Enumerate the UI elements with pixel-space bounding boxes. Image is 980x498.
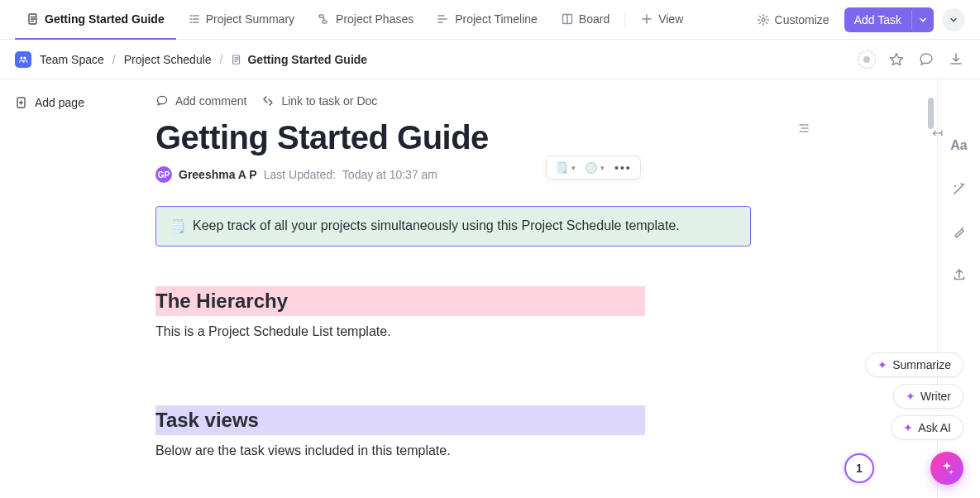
crumb-current-label: Getting Started Guide [247,53,367,66]
share-button[interactable] [949,265,969,285]
callout-text[interactable]: Keep track of all your projects simultan… [193,218,680,233]
tab-project-timeline[interactable]: Project Timeline [425,0,549,40]
add-task-caret[interactable] [911,10,934,30]
ai-writer-label: Writer [920,390,951,403]
link-icon [261,94,275,108]
author-name[interactable]: Greeshma A P [179,168,257,181]
crumb-sep: / [112,53,116,66]
team-space-icon [15,51,31,68]
author-avatar[interactable]: GP [155,166,172,183]
download-button[interactable] [947,50,965,69]
crumb-current-page[interactable]: Getting Started Guide [231,53,367,66]
customize-label: Customize [775,13,829,26]
comments-button[interactable] [917,50,935,69]
callout-emoji-icon: 🗒️ [170,218,186,234]
chevron-down-icon: ▾ [600,164,605,172]
ai-fab-button[interactable] [930,452,963,485]
ai-summarize-label: Summarize [892,358,951,371]
document-area: Add comment Link to task or Doc Getting … [141,79,980,498]
svg-rect-1 [319,15,323,17]
chevron-down-icon: ▾ [571,164,576,172]
add-view-button[interactable]: View [629,0,695,40]
favorite-button[interactable] [887,50,906,69]
ai-enhance-button[interactable] [949,179,969,199]
scrollbar[interactable] [928,98,934,129]
last-updated-value: Today at 10:37 am [342,168,437,181]
tab-label: Getting Started Guide [45,12,165,26]
callout-color-picker[interactable]: ▾ [582,160,608,175]
last-updated-label: Last Updated: [264,168,336,181]
svg-point-6 [23,56,26,59]
tab-label: Project Summary [206,12,294,26]
tab-getting-started[interactable]: Getting Started Guide [15,0,176,40]
add-comment-button[interactable]: Add comment [155,94,246,108]
ai-ask-label: Ask AI [918,421,951,434]
tab-label: Project Phases [336,12,414,26]
add-page-button[interactable]: Add page [15,96,126,109]
tabs-list: Getting Started Guide Project Summary Pr… [15,0,695,40]
tabs-right: Customize Add Task [750,7,965,32]
title-side-actions [796,121,815,139]
tab-project-phases[interactable]: Project Phases [306,0,425,40]
color-swatch-icon [586,162,597,174]
more-menu-button[interactable] [942,8,965,31]
timeline-icon [437,12,450,26]
crumb-project[interactable]: Project Schedule [124,53,212,66]
tab-project-summary[interactable]: Project Summary [176,0,306,40]
comment-icon [155,94,169,108]
svg-point-5 [20,56,22,59]
gear-icon [757,13,770,26]
notepad-emoji-icon: 🗒️ [555,161,568,174]
outline-icon[interactable] [796,121,815,139]
ai-summarize-button[interactable]: ✦ Summarize [865,352,963,377]
breadcrumb-bar: Team Space / Project Schedule / Getting … [0,40,980,79]
callout-emoji-picker[interactable]: 🗒️ ▾ [552,160,579,175]
tab-label: Board [579,12,610,26]
section-hierarchy-body[interactable]: This is a Project Schedule List template… [155,324,980,339]
sparkle-icon: ✦ [906,390,915,403]
focus-mode-button[interactable] [858,50,876,69]
plus-page-icon [15,96,28,109]
svg-point-4 [762,18,765,22]
sparkle-icon: ✦ [877,358,887,371]
view-label: View [658,12,683,26]
tab-divider [624,12,625,28]
tab-board[interactable]: Board [549,0,621,40]
doc-icon [231,54,242,65]
left-sidebar: Add page [0,79,141,498]
ai-suggestions: ✦ Summarize ✦ Writer ✦ Ask AI [865,352,963,440]
add-comment-label: Add comment [175,94,246,108]
magic-wand-button[interactable] [949,222,969,242]
tabs-bar: Getting Started Guide Project Summary Pr… [0,0,980,40]
section-hierarchy-heading[interactable]: The Hierarchy [155,286,645,316]
add-task-label: Add Task [844,7,911,32]
sparkle-icon: ✦ [903,421,913,434]
chevron-down-icon [949,15,958,25]
link-task-button[interactable]: Link to task or Doc [261,94,377,108]
doc-toolbar: Add comment Link to task or Doc [155,94,980,108]
ai-ask-button[interactable]: ✦ Ask AI [891,415,963,440]
breadcrumb-actions [858,50,965,69]
doc-icon [26,12,40,26]
list-icon [188,12,201,26]
block-more-button[interactable]: ••• [611,161,635,175]
tab-label: Project Timeline [455,12,538,26]
svg-rect-2 [323,21,327,23]
ai-writer-button[interactable]: ✦ Writer [893,384,963,409]
callout-block[interactable]: 🗒️ Keep track of all your projects simul… [155,206,751,247]
crumb-team-space[interactable]: Team Space [40,53,104,66]
plus-icon [640,12,653,26]
crumb-sep: / [220,53,223,66]
fab-row: 1 [844,452,963,485]
page-title[interactable]: Getting Started Guide [155,119,980,156]
block-format-toolbar[interactable]: 🗒️ ▾ ▾ ••• [546,156,641,180]
customize-button[interactable]: Customize [750,8,836,31]
add-task-button[interactable]: Add Task [844,7,934,32]
typography-button[interactable]: Aa [949,136,969,156]
board-icon [561,12,574,26]
section-taskviews-heading[interactable]: Task views [155,405,645,435]
add-page-label: Add page [35,96,84,109]
notification-badge[interactable]: 1 [844,453,874,483]
link-task-label: Link to task or Doc [281,94,377,108]
body: Add page Add comment Link to task or Doc… [0,79,980,498]
